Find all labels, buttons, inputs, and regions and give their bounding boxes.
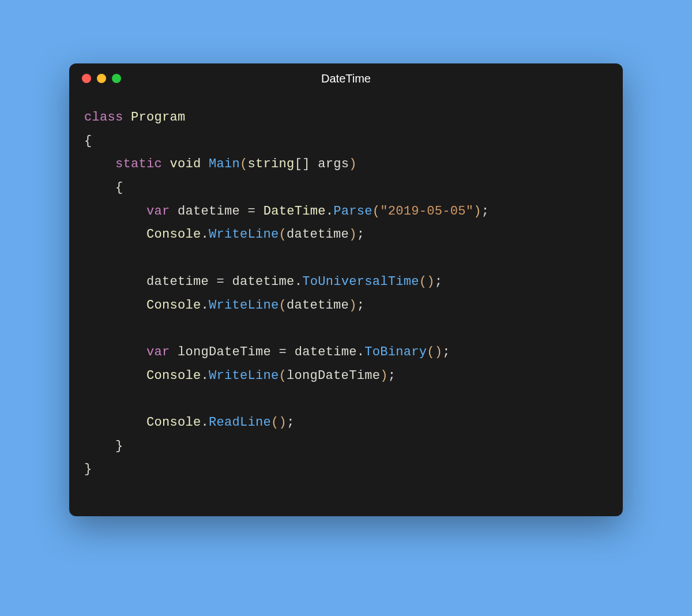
classname-program: Program xyxy=(131,110,186,125)
close-icon[interactable] xyxy=(82,74,91,83)
semi: ; xyxy=(357,298,365,313)
dot: . xyxy=(326,204,334,219)
brace-open: { xyxy=(115,181,123,195)
paren-close: ) xyxy=(349,298,357,313)
paren-open: ( xyxy=(279,369,287,383)
id-longdatetime: longDateTime xyxy=(287,369,380,383)
method-tobinary: ToBinary xyxy=(364,345,427,359)
keyword-static: static xyxy=(115,157,162,171)
dot: . xyxy=(357,345,365,359)
keyword-var: var xyxy=(146,345,170,359)
method-parse: Parse xyxy=(333,204,373,219)
method-writeline: WriteLine xyxy=(209,369,279,383)
op-eq: = xyxy=(217,275,225,289)
semi: ; xyxy=(435,275,443,289)
string-date: "2019-05-05" xyxy=(380,204,473,219)
paren-open: ( xyxy=(279,227,287,242)
type-string: string xyxy=(248,157,295,171)
titlebar: DateTime xyxy=(69,63,623,89)
paren-close: ) xyxy=(349,227,357,242)
id-datetime: datetime xyxy=(287,227,349,242)
id-datetime: datetime xyxy=(146,275,209,289)
paren-close: ) xyxy=(435,345,443,359)
brace-close: } xyxy=(84,462,92,476)
semi: ; xyxy=(388,369,396,383)
dot: . xyxy=(201,298,209,313)
paren-close: ) xyxy=(380,369,388,383)
semi: ; xyxy=(357,227,365,242)
code-block: class Program { static void Main(string[… xyxy=(84,106,608,482)
type-console: Console xyxy=(146,298,201,313)
code-area: class Program { static void Main(string[… xyxy=(69,89,623,516)
method-main: Main xyxy=(209,157,240,171)
paren-open: ( xyxy=(419,275,427,289)
semi: ; xyxy=(287,415,295,430)
method-writeline: WriteLine xyxy=(209,227,279,242)
id-datetime: datetime xyxy=(295,345,357,359)
method-touniversal: ToUniversalTime xyxy=(302,275,419,289)
dot: . xyxy=(201,369,209,383)
type-datetime: DateTime xyxy=(264,204,326,219)
traffic-lights xyxy=(82,74,121,83)
paren-open: ( xyxy=(271,415,279,430)
brace-close: } xyxy=(115,439,123,453)
minimize-icon[interactable] xyxy=(97,74,106,83)
type-console: Console xyxy=(146,415,201,430)
type-console: Console xyxy=(146,227,201,242)
window-title: DateTime xyxy=(69,72,623,85)
id-datetime: datetime xyxy=(287,298,349,313)
op-eq: = xyxy=(279,345,287,359)
brackets: [] xyxy=(295,157,310,171)
paren-open: ( xyxy=(240,157,248,171)
brace-open: { xyxy=(84,134,92,148)
semi: ; xyxy=(482,204,490,219)
method-writeline: WriteLine xyxy=(209,298,279,313)
dot: . xyxy=(201,227,209,242)
maximize-icon[interactable] xyxy=(112,74,121,83)
id-datetime: datetime xyxy=(232,275,295,289)
id-args: args xyxy=(318,157,349,171)
paren-open: ( xyxy=(427,345,435,359)
paren-close: ) xyxy=(427,275,435,289)
op-eq: = xyxy=(248,204,256,219)
keyword-class: class xyxy=(84,110,123,125)
keyword-var: var xyxy=(146,204,170,219)
paren-open: ( xyxy=(373,204,381,219)
code-window: DateTime class Program { static void Mai… xyxy=(69,63,623,516)
id-longdatetime: longDateTime xyxy=(178,345,271,359)
method-readline: ReadLine xyxy=(209,415,271,430)
return-void: void xyxy=(170,157,201,171)
type-console: Console xyxy=(146,369,201,383)
paren-close: ) xyxy=(473,204,482,219)
semi: ; xyxy=(442,345,450,359)
paren-close: ) xyxy=(279,415,287,430)
id-datetime: datetime xyxy=(178,204,240,219)
paren-open: ( xyxy=(279,298,287,313)
paren-close: ) xyxy=(349,157,357,171)
dot: . xyxy=(295,275,303,289)
dot: . xyxy=(201,415,209,430)
